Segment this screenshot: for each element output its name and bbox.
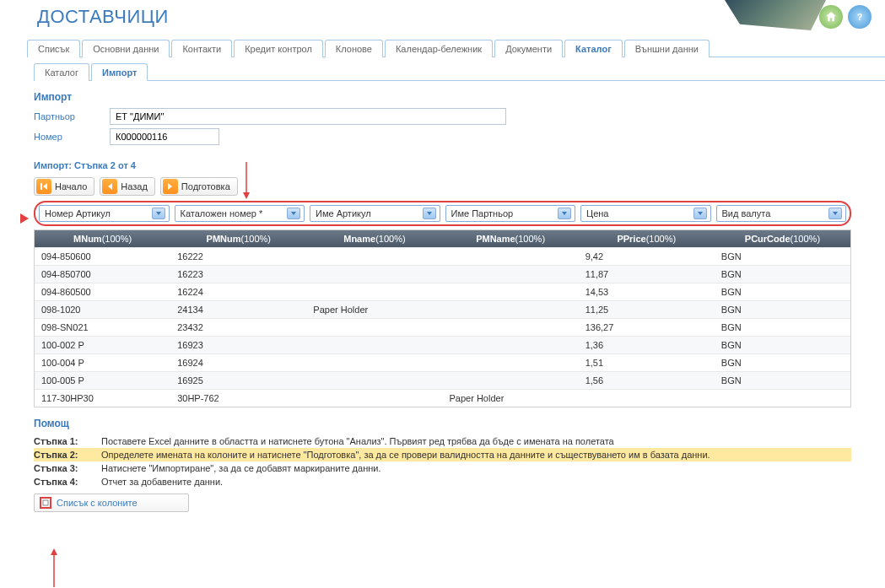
table-cell: [579, 390, 715, 407]
help-step: Стъпка 2:Определете имената на колоните …: [34, 448, 851, 461]
mapping-select-label: Номер Артикул: [45, 208, 111, 218]
back-button[interactable]: Назад: [100, 177, 155, 196]
column-header[interactable]: PMNum(100%): [170, 230, 306, 247]
help-title: Помощ: [34, 418, 851, 429]
column-header[interactable]: MNum(100%): [35, 230, 170, 247]
tab-основни-данни[interactable]: Основни данни: [82, 40, 170, 57]
table-cell: 11,25: [579, 301, 715, 318]
chevron-down-icon: [423, 208, 436, 219]
start-button-label: Начало: [55, 181, 87, 192]
mapping-select-label: Име Артикул: [316, 208, 371, 218]
table-cell: [306, 354, 442, 371]
tab-кредит-контрол[interactable]: Кредит контрол: [234, 40, 323, 57]
start-button[interactable]: Начало: [34, 177, 94, 196]
import-section-title: Импорт: [34, 91, 851, 103]
table-cell: 11,87: [579, 266, 715, 283]
help-step-key: Стъпка 2:: [34, 450, 101, 460]
table-row[interactable]: 098-102024134Paper Holder11,25BGN: [35, 300, 850, 318]
table-row[interactable]: 098-SN02123432136,27BGN: [35, 318, 850, 336]
help-icon[interactable]: ?: [848, 5, 872, 29]
prepare-button[interactable]: Подготовка: [160, 177, 238, 196]
table-cell: [443, 283, 579, 300]
help-step-key: Стъпка 4:: [34, 477, 101, 487]
svg-marker-2: [243, 192, 250, 199]
tab-документи[interactable]: Документи: [494, 40, 563, 57]
back-icon: [102, 179, 117, 194]
forward-icon: [163, 179, 178, 194]
help-step-text: Поставете Excel данните в областта и нат…: [101, 436, 614, 446]
table-cell: BGN: [715, 283, 850, 300]
number-field[interactable]: [110, 128, 219, 145]
table-cell: [443, 319, 579, 336]
table-cell: Paper Holder: [443, 390, 579, 407]
tab-каталог[interactable]: Каталог: [564, 40, 623, 57]
table-cell: 098-1020: [35, 301, 170, 318]
columns-list-button[interactable]: Списък с колоните: [34, 494, 189, 512]
mapping-select-label: Вид валута: [722, 208, 771, 218]
help-step-text: Определете имената на колоните и натисне…: [101, 450, 710, 460]
column-header[interactable]: PMName(100%): [443, 230, 579, 247]
table-cell: 23432: [170, 319, 306, 336]
table-row[interactable]: 094-8605001622414,53BGN: [35, 283, 850, 300]
subtab-импорт[interactable]: Импорт: [91, 63, 148, 81]
table-cell: BGN: [715, 248, 850, 265]
mapping-select-3[interactable]: Име Партньор: [445, 205, 576, 222]
table-cell: 094-850600: [35, 248, 170, 265]
mapping-select-2[interactable]: Име Артикул: [310, 205, 440, 222]
help-step: Стъпка 3:Натиснете "Импортиране", за да …: [34, 461, 851, 475]
mapping-select-5[interactable]: Вид валута: [716, 205, 847, 222]
chevron-down-icon: [152, 208, 165, 219]
mapping-select-4[interactable]: Цена: [580, 205, 711, 222]
tab-контакти[interactable]: Контакти: [171, 40, 232, 57]
table-cell: [715, 390, 850, 407]
table-cell: BGN: [715, 372, 850, 389]
table-cell: 16923: [170, 337, 306, 353]
partner-field[interactable]: [110, 108, 506, 125]
table-cell: [443, 248, 579, 265]
table-cell: BGN: [715, 337, 850, 353]
checkbox-icon: [40, 497, 51, 509]
tab-външни-данни[interactable]: Външни данни: [624, 40, 710, 57]
main-tabs: СписъкОсновни данниКонтактиКредит контро…: [27, 39, 885, 57]
table-row[interactable]: 094-8507001622311,87BGN: [35, 265, 850, 283]
help-step-text: Натиснете "Импортиране", за да се добавя…: [101, 463, 381, 473]
mapping-select-0[interactable]: Номер Артикул: [39, 205, 170, 222]
table-row[interactable]: 100-004 P169241,51BGN: [35, 353, 850, 371]
column-header[interactable]: Mname(100%): [306, 230, 442, 247]
chevron-down-icon: [287, 208, 300, 219]
table-cell: [443, 354, 579, 371]
table-cell: [306, 319, 442, 336]
table-cell: 1,51: [579, 354, 715, 371]
tab-списък[interactable]: Списък: [27, 40, 80, 57]
table-cell: Paper Holder: [306, 301, 442, 318]
mapping-select-label: Име Партньор: [451, 208, 514, 218]
table-cell: [306, 337, 442, 353]
chevron-down-icon: [693, 208, 707, 219]
help-step: Стъпка 4:Отчет за добавените данни.: [34, 475, 851, 488]
mapping-select-label: Каталожен номер *: [181, 208, 263, 218]
column-header[interactable]: PPrice(100%): [579, 230, 715, 247]
column-header[interactable]: PCurCode(100%): [715, 230, 850, 247]
table-row[interactable]: 100-002 P169231,36BGN: [35, 336, 850, 353]
table-cell: 136,27: [579, 319, 715, 336]
table-row[interactable]: 117-30HP3030HP-762Paper Holder: [35, 389, 850, 407]
number-label: Номер: [34, 132, 110, 142]
table-cell: 100-002 P: [35, 337, 170, 353]
table-row[interactable]: 100-005 P169251,56BGN: [35, 371, 850, 389]
table-cell: 14,53: [579, 283, 715, 300]
subtab-каталог[interactable]: Каталог: [34, 63, 89, 81]
tab-клонове[interactable]: Клонове: [325, 40, 383, 57]
table-cell: BGN: [715, 301, 850, 318]
table-row[interactable]: 094-850600162229,42BGN: [35, 247, 850, 265]
partner-label: Партньор: [34, 111, 110, 121]
annotation-arrow-down-icon: [241, 162, 258, 201]
table-cell: [306, 283, 442, 300]
tab-календар-бележник[interactable]: Календар-бележник: [385, 40, 493, 57]
table-cell: 1,36: [579, 337, 715, 353]
mapping-select-1[interactable]: Каталожен номер *: [175, 205, 305, 222]
back-button-label: Назад: [121, 181, 148, 192]
table-cell: [306, 248, 442, 265]
table-cell: 9,42: [579, 248, 715, 265]
home-icon[interactable]: [819, 5, 843, 29]
table-cell: BGN: [715, 319, 850, 336]
